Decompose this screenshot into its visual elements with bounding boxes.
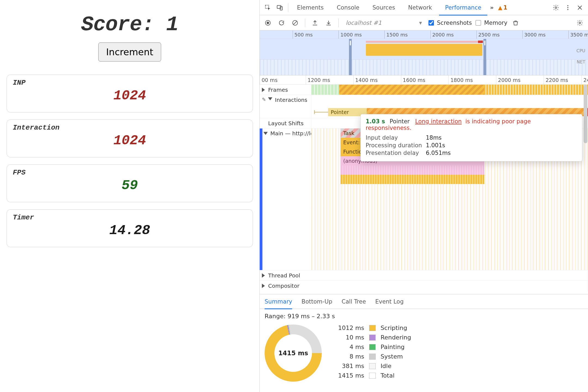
thread-pool-track[interactable]: Thread Pool bbox=[260, 270, 588, 281]
download-profile-icon[interactable] bbox=[323, 17, 334, 28]
inp-card: INP 1024 bbox=[7, 75, 253, 112]
tab-network[interactable]: Network bbox=[402, 1, 438, 16]
overview-tick: 3000 ms bbox=[522, 30, 546, 39]
close-icon[interactable] bbox=[574, 2, 585, 13]
overview-range-handle-right[interactable] bbox=[483, 39, 486, 75]
legend-swatch bbox=[369, 373, 376, 379]
fps-value: 59 bbox=[13, 178, 247, 193]
overview-tick: 1500 ms bbox=[384, 30, 408, 39]
flame-scroll-area[interactable]: Frames ✎ Interactions Pointer bbox=[260, 85, 588, 294]
inp-value: 1024 bbox=[13, 88, 247, 103]
disclosure-icon[interactable] bbox=[264, 132, 268, 135]
svg-point-4 bbox=[567, 5, 568, 6]
summary-panel: Range: 919 ms – 2.33 s 1415 ms 1012 ms S… bbox=[260, 309, 588, 392]
main-track-header[interactable]: Main — http://localhost:51 bbox=[260, 128, 311, 138]
svg-point-10 bbox=[579, 22, 581, 24]
thread-pool-track-header[interactable]: Thread Pool bbox=[260, 270, 588, 280]
overview-net-strip bbox=[260, 59, 588, 75]
overview-cpu-label: CPU bbox=[576, 48, 585, 53]
tab-sources[interactable]: Sources bbox=[366, 1, 401, 16]
overview-cpu-block bbox=[366, 44, 482, 56]
capture-settings-icon[interactable] bbox=[574, 17, 585, 28]
disclosure-icon[interactable] bbox=[268, 97, 272, 100]
svg-point-5 bbox=[567, 7, 568, 8]
disclosure-icon[interactable] bbox=[262, 273, 265, 278]
overview-tick: 2500 ms bbox=[476, 30, 500, 39]
compositor-track-header[interactable]: Compositor bbox=[260, 281, 588, 291]
warning-badge[interactable]: ▲ 1 bbox=[497, 4, 509, 11]
drawer-tab-summary[interactable]: Summary bbox=[265, 295, 292, 309]
device-toolbar-icon[interactable] bbox=[274, 2, 285, 13]
memory-checkbox-input[interactable] bbox=[476, 20, 481, 26]
interaction-value: 1024 bbox=[13, 133, 247, 148]
legend-swatch bbox=[369, 325, 376, 331]
legend-name: Scripting bbox=[381, 324, 411, 331]
inp-label: INP bbox=[13, 79, 247, 87]
profile-select-label: localhost #1 bbox=[346, 20, 382, 26]
clear-icon[interactable] bbox=[290, 17, 301, 28]
svg-point-3 bbox=[555, 7, 557, 8]
tooltip-duration: 1.03 s bbox=[366, 118, 385, 125]
upload-profile-icon[interactable] bbox=[310, 17, 320, 28]
frames-track[interactable]: Frames bbox=[260, 85, 588, 95]
tab-performance[interactable]: Performance bbox=[439, 1, 487, 16]
frames-track-body[interactable] bbox=[311, 85, 588, 95]
reload-record-icon[interactable] bbox=[276, 17, 287, 28]
tab-console[interactable]: Console bbox=[331, 1, 365, 16]
disclosure-icon[interactable] bbox=[262, 88, 265, 92]
flame-ruler: 00 ms 1200 ms 1400 ms 1600 ms 1800 ms 20… bbox=[260, 75, 588, 85]
overview-body[interactable]: CPU NET bbox=[260, 39, 588, 75]
scrollbar-thumb[interactable] bbox=[584, 85, 587, 143]
main-track-highlight-rail bbox=[260, 128, 262, 270]
overview-tick: 500 ms bbox=[293, 30, 313, 39]
legend-name: Idle bbox=[381, 363, 411, 369]
flame-segment-children[interactable] bbox=[341, 175, 484, 184]
flame-tick: 1200 ms bbox=[306, 75, 330, 84]
flame-tick: 1600 ms bbox=[401, 75, 425, 84]
legend-ms: 4 ms bbox=[350, 344, 364, 350]
overview-range-handle-left[interactable] bbox=[349, 39, 352, 75]
kebab-menu-icon[interactable] bbox=[562, 2, 573, 13]
flame-chart: 00 ms 1200 ms 1400 ms 1600 ms 1800 ms 20… bbox=[260, 75, 588, 294]
warning-icon: ▲ bbox=[498, 4, 502, 11]
fps-card: FPS 59 bbox=[7, 164, 253, 202]
layout-shifts-track-header[interactable]: Layout Shifts bbox=[260, 118, 311, 128]
memory-checkbox[interactable]: Memory bbox=[474, 19, 507, 26]
devtools-panel: Elements Console Sources Network Perform… bbox=[259, 0, 588, 392]
screenshots-checkbox[interactable]: Screenshots bbox=[427, 19, 472, 26]
legend-name: System bbox=[381, 353, 411, 360]
screenshots-checkbox-input[interactable] bbox=[428, 20, 434, 26]
profile-select[interactable]: localhost #1 ▾ bbox=[343, 18, 425, 28]
increment-button[interactable]: Increment bbox=[98, 42, 161, 62]
inspect-element-icon[interactable] bbox=[262, 2, 273, 13]
overview-minimap[interactable]: 500 ms 1000 ms 1500 ms 2000 ms 2500 ms 3… bbox=[260, 30, 588, 75]
drawer-tabs: Summary Bottom-Up Call Tree Event Log bbox=[260, 294, 588, 309]
settings-icon[interactable] bbox=[550, 2, 561, 13]
legend-ms: 381 ms bbox=[342, 363, 364, 369]
legend-ms: 1012 ms bbox=[338, 324, 364, 331]
tooltip-warning-text bbox=[464, 118, 465, 125]
tabs-overflow-icon[interactable]: » bbox=[488, 4, 495, 11]
overview-tick: 2000 ms bbox=[430, 30, 454, 39]
flame-tick: 2200 ms bbox=[544, 75, 568, 84]
flame-tick: 2000 ms bbox=[496, 75, 520, 84]
disclosure-icon[interactable] bbox=[262, 284, 265, 288]
gc-icon[interactable] bbox=[510, 17, 521, 28]
tooltip-long-interaction-link[interactable]: Long interaction bbox=[415, 118, 462, 125]
legend-name: Rendering bbox=[381, 334, 411, 341]
tab-elements[interactable]: Elements bbox=[291, 1, 330, 16]
donut-center-label: 1415 ms bbox=[265, 324, 322, 382]
drawer-tab-call-tree[interactable]: Call Tree bbox=[342, 295, 366, 309]
interaction-card: Interaction 1024 bbox=[7, 120, 253, 157]
flame-segment-children[interactable] bbox=[341, 166, 484, 175]
compositor-track[interactable]: Compositor bbox=[260, 281, 588, 291]
interactions-track-header[interactable]: ✎ Interactions bbox=[260, 95, 311, 118]
drawer-tab-event-log[interactable]: Event Log bbox=[375, 295, 403, 309]
edit-icon[interactable]: ✎ bbox=[262, 97, 266, 102]
flame-scrollbar[interactable] bbox=[584, 85, 587, 231]
record-button-icon[interactable] bbox=[262, 17, 273, 28]
overview-ruler: 500 ms 1000 ms 1500 ms 2000 ms 2500 ms 3… bbox=[260, 30, 588, 39]
drawer-tab-bottom-up[interactable]: Bottom-Up bbox=[301, 295, 332, 309]
frames-track-header[interactable]: Frames bbox=[260, 85, 311, 95]
interactions-track-label: Interactions bbox=[275, 97, 307, 103]
